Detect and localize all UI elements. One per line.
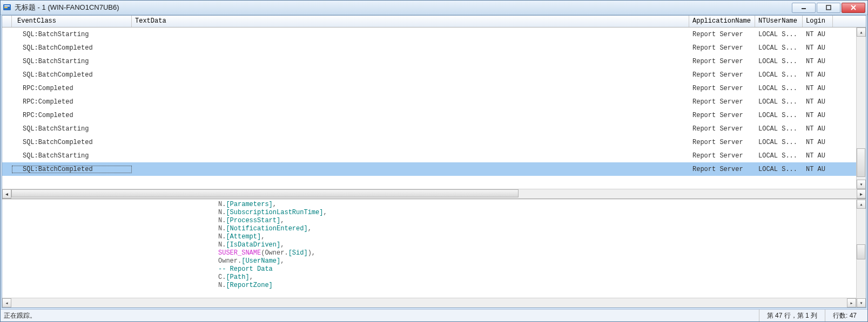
cell-ntusername: LOCAL S... [755,71,803,79]
cell-applicationname: Report Server [689,166,755,173]
vscroll-track[interactable] [857,37,866,180]
cell-eventclass: RPC:Completed [12,98,132,106]
table-row[interactable]: SQL:BatchCompleteddeclare @BatchID uniqu… [2,162,856,176]
cell-loginname: NT AU [803,31,833,38]
cell-loginname: NT AU [803,71,833,79]
cell-applicationname: Report Server [689,44,755,52]
table-row[interactable]: SQL:BatchCompleteddeclare @BatchID uniqd… [2,135,856,149]
col-applicationname[interactable]: ApplicationName [689,16,755,27]
content-area: EventClass TextData ApplicationName NTUs… [2,15,866,308]
cell-ntusername: LOCAL S... [755,125,803,133]
close-button[interactable] [842,3,865,13]
cell-loginname: NT AU [803,139,833,146]
scroll-down-icon[interactable]: ▾ [857,180,866,189]
col-loginname[interactable]: Login [803,16,833,27]
col-ntusername[interactable]: NTUserName [755,16,803,27]
status-bar: 正在跟踪。 第 47 行，第 1 列 行数: 47 [1,309,867,321]
cell-loginname: NT AU [803,125,833,133]
cell-loginname: NT AU [803,98,833,106]
cell-ntusername: LOCAL S... [755,44,803,52]
cell-applicationname: Report Server [689,112,755,119]
svg-rect-1 [4,5,10,6]
maximize-button[interactable] [817,3,840,13]
cell-ntusername: LOCAL S... [755,166,803,173]
table-row[interactable]: RPC:Completeddeclare @p1 nvarchar(64) se… [2,95,856,108]
cell-eventclass: SQL:BatchStarting [12,152,132,160]
cell-eventclass: RPC:Completed [12,112,132,119]
scroll-up-icon[interactable]: ▴ [857,200,866,209]
cell-ntusername: LOCAL S... [755,139,803,146]
table-row[interactable]: RPC:Completeddeclare @p1 nvarchar(64) se… [2,108,856,122]
detail-hscroll[interactable]: ◂ ▸ [2,298,856,307]
cell-applicationname: Report Server [689,31,755,38]
app-icon [3,3,11,12]
grid-vscroll[interactable]: ▴ ▾ [856,28,866,189]
window-title: 无标题 - 1 (WIN-FANO1CN7UB6) [15,3,792,12]
vscroll-thumb[interactable] [857,244,865,259]
status-tracking: 正在跟踪。 [4,311,759,320]
cell-ntusername: LOCAL S... [755,85,803,92]
table-row[interactable]: RPC:Completedexec sp_reset_connectionRep… [2,81,856,95]
scroll-up-icon[interactable]: ▴ [857,28,866,37]
table-row[interactable]: SQL:BatchStartingdeclare @BatchID unique… [2,149,856,162]
cell-eventclass: SQL:BatchStarting [12,31,132,38]
hscroll-track[interactable] [11,189,857,198]
trace-grid: EventClass TextData ApplicationName NTUs… [2,16,866,199]
scroll-down-icon[interactable]: ▾ [857,298,866,307]
cell-ntusername: LOCAL S... [755,112,803,119]
svg-rect-4 [826,5,831,10]
title-bar[interactable]: 无标题 - 1 (WIN-FANO1CN7UB6) [1,1,867,15]
cell-loginname: NT AU [803,166,833,173]
window-buttons [792,3,865,13]
detail-pane[interactable]: N.[Parameters], N.[SubscriptionLastRunTi… [2,199,866,307]
cell-loginname: NT AU [803,44,833,52]
table-row[interactable]: SQL:BatchStartingdeclare @BatchID unique… [2,54,856,68]
detail-text: N.[Parameters], N.[SubscriptionLastRunTi… [2,200,866,290]
cell-loginname: NT AU [803,85,833,92]
detail-vscroll[interactable]: ▴ ▾ [856,200,866,307]
cell-ntusername: LOCAL S... [755,98,803,106]
cell-applicationname: Report Server [689,71,755,79]
cell-eventclass: SQL:BatchCompleted [12,139,132,146]
status-rowcount: 行数: 47 [825,310,864,321]
hscroll-track[interactable] [11,298,847,307]
col-textdata[interactable]: TextData [132,16,689,27]
cell-applicationname: Report Server [689,85,755,92]
cell-eventclass: SQL:BatchStarting [12,125,132,133]
grid-hscroll[interactable]: ◂ ▸ [2,189,866,198]
cell-eventclass: SQL:BatchCompleted [12,71,132,79]
cell-ntusername: LOCAL S... [755,31,803,38]
cell-applicationname: Report Server [689,152,755,160]
profiler-window: 无标题 - 1 (WIN-FANO1CN7UB6) EventClass Tex… [0,0,868,322]
cell-loginname: NT AU [803,58,833,65]
minimize-button[interactable] [792,3,816,13]
scroll-left-icon[interactable]: ◂ [2,189,11,198]
col-eventclass[interactable]: EventClass [12,16,132,27]
status-position: 第 47 行，第 1 列 [759,310,825,321]
cell-eventclass: RPC:Completed [12,85,132,92]
cell-ntusername: LOCAL S... [755,58,803,65]
table-row[interactable]: SQL:BatchStartingdeclare @BatchID unique… [2,28,856,41]
table-row[interactable]: SQL:BatchCompleteddeclare @BatchID uniqu… [2,41,856,54]
cell-eventclass: SQL:BatchCompleted [12,44,132,52]
hscroll-thumb[interactable] [11,189,519,197]
grid-header: EventClass TextData ApplicationName NTUs… [2,16,866,28]
vscroll-thumb[interactable] [857,148,865,177]
cell-eventclass: SQL:BatchStarting [12,58,132,65]
row-header-spacer [2,16,12,27]
cell-loginname: NT AU [803,152,833,160]
scroll-left-icon[interactable]: ◂ [2,298,11,307]
scroll-right-icon[interactable]: ▸ [857,189,866,198]
cell-ntusername: LOCAL S... [755,152,803,160]
grid-body[interactable]: SQL:BatchStartingdeclare @BatchID unique… [2,28,866,189]
cell-loginname: NT AU [803,112,833,119]
svg-rect-2 [4,7,8,8]
cell-applicationname: Report Server [689,125,755,133]
cell-eventclass: SQL:BatchCompleted [12,166,132,173]
cell-applicationname: Report Server [689,98,755,106]
vscroll-track[interactable] [857,209,866,298]
table-row[interactable]: SQL:BatchStartingdeclare @BatchID unique… [2,122,856,135]
table-row[interactable]: SQL:BatchCompleteddeclare @BatchID uniqu… [2,68,856,81]
cell-applicationname: Report Server [689,139,755,146]
scroll-right-icon[interactable]: ▸ [847,298,856,307]
